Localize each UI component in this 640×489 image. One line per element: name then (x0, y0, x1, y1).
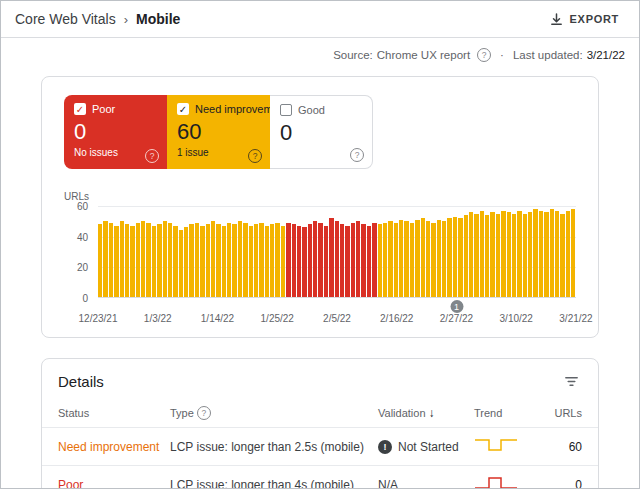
chart-bar (550, 209, 554, 297)
chip-label: Poor (92, 103, 115, 115)
details-card: Details Status Type ? Validation ↓ Trend… (41, 358, 599, 489)
good-filter-chip[interactable]: Good 0 ? (270, 95, 373, 169)
urls-over-time-chart[interactable]: URLs 6040200 1 12/23/211/3/221/14/221/25… (64, 191, 576, 325)
chart-bar (286, 223, 290, 297)
chart-bar (544, 212, 548, 297)
column-header-urls[interactable]: URLs (546, 407, 582, 419)
chart-bar (179, 230, 183, 297)
y-axis-title: URLs (64, 191, 576, 202)
chart-bar (490, 212, 494, 297)
chart-bar (103, 221, 107, 297)
chart-bar (152, 226, 156, 297)
chart-bar (458, 218, 462, 297)
need-improvement-filter-chip[interactable]: ✓ Need improvement 60 1 issue ? (167, 95, 270, 169)
chart-bar (227, 223, 231, 297)
chart-bar (184, 227, 188, 297)
chart-bar (308, 224, 312, 297)
chip-head: ✓ Need improvement (177, 103, 260, 115)
chart-bar (109, 223, 113, 297)
chart-bar (431, 223, 435, 297)
chart-bar (453, 217, 457, 297)
chart-plot-area: 1 (98, 206, 576, 298)
chart-bar (351, 223, 355, 297)
checkbox-checked-icon: ✓ (74, 103, 86, 115)
column-header-type[interactable]: Type ? (170, 406, 378, 420)
x-axis-tick-label: 12/23/21 (79, 313, 118, 324)
chart-bar (200, 226, 204, 297)
chart-bar (388, 221, 392, 297)
poor-filter-chip[interactable]: ✓ Poor 0 No issues ? (64, 95, 167, 169)
chart-bar (292, 224, 296, 297)
chart-bar (211, 221, 215, 297)
status-cell: Poor (58, 478, 170, 489)
chart-bar (501, 211, 505, 297)
chip-head: Good (280, 104, 362, 116)
not-started-icon: ! (378, 440, 392, 454)
column-header-status[interactable]: Status (58, 407, 170, 419)
chart-bar (146, 223, 150, 297)
table-header: Status Type ? Validation ↓ Trend URLs (42, 401, 598, 428)
column-header-validation[interactable]: Validation ↓ (378, 406, 474, 420)
chart-bar (259, 223, 263, 297)
urls-cell: 60 (546, 440, 582, 454)
chart-bar (125, 224, 129, 297)
last-updated-value: 3/21/22 (587, 49, 625, 61)
status-filter-chips: ✓ Poor 0 No issues ? ✓ Need improvement … (64, 95, 576, 169)
chart-bar (533, 209, 537, 297)
x-axis-tick-label: 2/16/22 (380, 313, 413, 324)
chart-bar (442, 221, 446, 297)
chart-bar (356, 221, 360, 297)
chart-bar (249, 226, 253, 297)
issue-type-cell: LCP issue: longer than 4s (mobile) (170, 478, 378, 489)
chip-value: 60 (177, 118, 260, 146)
chart-bar (480, 211, 484, 297)
chart-bar (163, 221, 167, 297)
help-icon[interactable]: ? (350, 148, 364, 162)
filter-icon[interactable] (561, 371, 582, 392)
chart-bar (141, 221, 145, 297)
chart-bar (528, 212, 532, 297)
chart-bar (222, 226, 226, 297)
chart-bar (437, 220, 441, 297)
chip-value: 0 (74, 118, 157, 146)
checkbox-unchecked-icon (280, 104, 292, 116)
chart-bar (394, 223, 398, 297)
validation-cell: !Not Started (378, 440, 474, 454)
issue-type-cell: LCP issue: longer than 2.5s (mobile) (170, 440, 378, 454)
chart-bar (485, 215, 489, 297)
x-axis-tick-label: 1/3/22 (144, 313, 172, 324)
validation-cell: N/A (378, 478, 474, 489)
table-row[interactable]: PoorLCP issue: longer than 4s (mobile)N/… (42, 466, 598, 489)
chart-bar (496, 214, 500, 297)
annotation-marker[interactable]: 1 (450, 300, 463, 313)
source-value: Chrome UX report (377, 49, 470, 61)
y-axis-tick-label: 20 (77, 262, 88, 273)
help-icon[interactable]: ? (145, 149, 159, 163)
trend-cell (474, 436, 546, 457)
x-axis-tick-label: 1/25/22 (261, 313, 294, 324)
help-icon[interactable]: ? (197, 406, 211, 420)
details-header: Details (42, 359, 598, 401)
table-row[interactable]: Need improvementLCP issue: longer than 2… (42, 428, 598, 466)
urls-cell: 0 (546, 478, 582, 489)
export-button[interactable]: EXPORT (543, 8, 625, 31)
help-icon[interactable]: ? (248, 149, 262, 163)
chart-bar (340, 224, 344, 297)
last-updated-label: Last updated: (513, 49, 583, 61)
status-cell: Need improvement (58, 440, 170, 454)
chart-bar (313, 221, 317, 297)
chart-bar (383, 223, 387, 297)
summary-chart-card: ✓ Poor 0 No issues ? ✓ Need improvement … (41, 76, 599, 338)
breadcrumb-core-web-vitals[interactable]: Core Web Vitals (15, 11, 116, 27)
core-web-vitals-report: Core Web Vitals › Mobile EXPORT Source: … (0, 0, 640, 489)
chart-bar (136, 223, 140, 297)
help-icon[interactable]: ? (477, 48, 491, 62)
chart-bar (216, 224, 220, 297)
chip-head: ✓ Poor (74, 103, 157, 115)
details-title: Details (58, 373, 104, 390)
chart-bar (130, 226, 134, 297)
separator-dot: · (500, 49, 504, 61)
chart-bar (324, 226, 328, 297)
chart-bar (539, 211, 543, 297)
chart-bar (469, 212, 473, 297)
